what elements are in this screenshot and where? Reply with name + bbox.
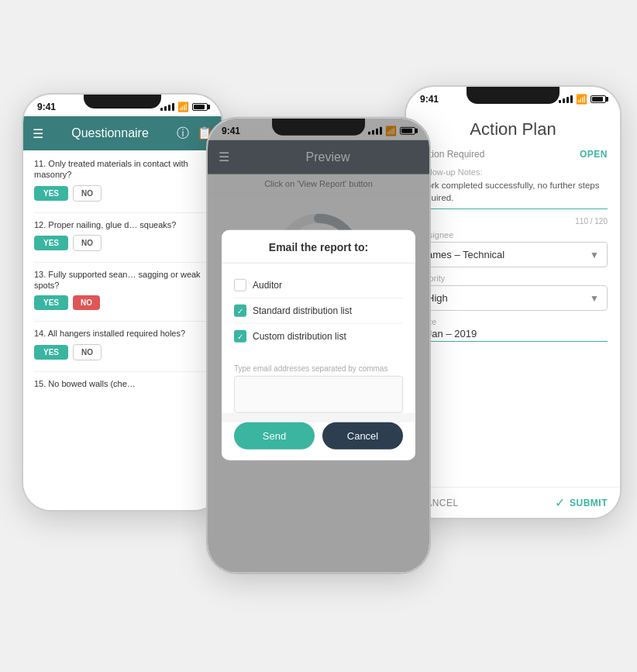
menu-icon[interactable]: ☰ [33,126,43,141]
question-13: 13. Fully supported sean… sagging or wea… [34,269,211,311]
phone-center: 9:41 📶 ☰ Preview Click on 'View Report' … [206,116,431,574]
priority-arrow-icon: ▼ [590,293,599,304]
email-modal-body: Auditor ✓ Standard distribution list ✓ C… [222,264,415,358]
email-addr-hint: Type email addresses separated by commas [234,364,403,373]
q11-no-button[interactable]: NO [73,185,102,202]
q13-no-button[interactable]: NO [73,295,100,310]
standard-checkbox[interactable]: ✓ [234,305,246,317]
standard-label: Standard distribution list [253,305,352,316]
question-14-buttons: YES NO [34,344,211,360]
assignee-value: ames – Technical [427,249,504,260]
email-modal-overlay: Email the report to: Auditor ✓ Standard … [208,118,429,572]
question-15: 15. No bowed walls (che… [34,378,211,389]
question-12-buttons: YES NO [34,235,211,251]
question-11: 11. Only treated materials in contact wi… [34,158,211,202]
q14-no-button[interactable]: NO [73,344,102,360]
q11-yes-button[interactable]: YES [34,186,68,201]
status-icons-right: 📶 [559,94,606,105]
notes-underline [418,208,608,209]
action-plan-footer: CANCEL ✓ SUBMIT [406,487,620,518]
q14-yes-button[interactable]: YES [34,345,68,360]
email-modal-footer: Send Cancel [222,422,415,460]
priority-dropdown[interactable]: High ▼ [418,285,608,311]
action-plan-content: Action Required OPEN Follow-up Notes: Wo… [406,149,620,487]
action-status-badge: OPEN [580,149,608,160]
phone-left: 9:41 📶 ☰ Questionnaire ⓘ 📋 11. Only trea… [22,93,223,512]
question-11-text: 11. Only treated materials in contact wi… [34,158,211,181]
submit-button[interactable]: SUBMIT [570,498,608,508]
phone-notch-right [467,87,560,104]
auditor-checkbox[interactable] [234,279,246,291]
status-icons-left: 📶 [160,102,208,112]
email-address-section: Type email addresses separated by commas [222,358,415,413]
char-count: 110 / 120 [418,217,608,226]
q12-no-button[interactable]: NO [73,235,102,251]
question-12: 12. Proper nailing, glue d… squeaks? YES… [34,219,211,251]
assignee-dropdown[interactable]: ames – Technical ▼ [418,242,608,267]
signal-icon [160,103,174,111]
question-14-text: 14. All hangers installed required holes… [34,328,211,339]
date-value: – Jan – 2019 [418,328,608,339]
submit-group: ✓ SUBMIT [555,495,608,510]
email-option-auditor[interactable]: Auditor [234,273,403,298]
checkmark-icon: ✓ [555,495,565,510]
divider-13 [34,321,211,322]
time-left: 9:41 [37,102,56,112]
divider-11 [34,212,211,213]
email-option-standard[interactable]: ✓ Standard distribution list [234,298,403,324]
email-modal: Email the report to: Auditor ✓ Standard … [222,230,415,460]
assignee-label: Assignee [418,230,608,240]
assignee-arrow-icon: ▼ [590,250,599,260]
email-modal-title: Email the report to: [222,230,415,264]
signal-icon-right [559,95,573,103]
divider-14 [34,371,211,372]
custom-label: Custom distribution list [253,331,346,342]
question-12-text: 12. Proper nailing, glue d… squeaks? [34,219,211,230]
divider-12 [34,262,211,263]
date-label: Date [418,317,608,326]
battery-icon [192,103,208,111]
action-required-row: Action Required OPEN [418,149,608,160]
questionnaire-title: Questionnaire [71,126,149,140]
action-plan-title: Action Plan [418,115,608,146]
email-addr-input[interactable] [234,376,403,413]
email-option-custom[interactable]: ✓ Custom distribution list [234,324,403,349]
modal-cancel-button[interactable]: Cancel [322,422,403,450]
time-right: 9:41 [420,94,439,105]
custom-checkbox[interactable]: ✓ [234,330,246,343]
priority-label: Priority [418,274,608,283]
followup-notes-label: Follow-up Notes: [418,167,608,177]
battery-icon-right [591,95,606,103]
question-13-buttons: YES NO [34,295,211,310]
wifi-icon-right: 📶 [576,94,587,105]
question-14: 14. All hangers installed required holes… [34,328,211,360]
q13-yes-button[interactable]: YES [34,295,68,310]
action-plan-header: Action Plan [406,109,620,149]
question-11-buttons: YES NO [34,185,211,202]
questionnaire-header: ☰ Questionnaire ⓘ 📋 [23,116,222,150]
followup-notes-text: Work completed successfully, no further … [418,179,608,204]
phone-notch-left [84,95,161,109]
phone-notch-center [272,118,365,135]
send-button[interactable]: Send [234,422,315,450]
q12-yes-button[interactable]: YES [34,236,68,250]
date-underline [418,341,608,342]
questionnaire-content: 11. Only treated materials in contact wi… [23,150,222,510]
wifi-icon: 📶 [177,102,189,112]
phone-right: 9:41 📶 Action Plan Action Required OPEN … [405,85,622,519]
question-13-text: 13. Fully supported sean… sagging or wea… [34,269,211,291]
auditor-label: Auditor [253,280,282,291]
question-15-text: 15. No bowed walls (che… [34,378,211,389]
info-icon[interactable]: ⓘ [177,126,189,142]
